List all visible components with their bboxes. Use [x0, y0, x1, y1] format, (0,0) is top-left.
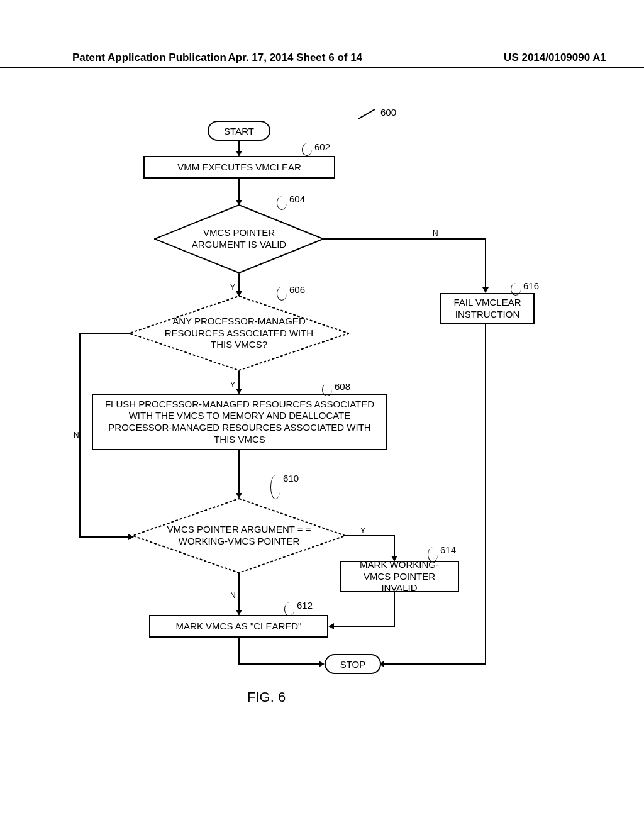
- n616-text: FAIL VMCLEAR INSTRUCTION: [448, 297, 527, 321]
- leader-608: [322, 384, 332, 396]
- node-604: VMCS POINTER ARGUMENT IS VALID: [154, 204, 324, 274]
- n604-text: VMCS POINTER ARGUMENT IS VALID: [178, 227, 300, 251]
- edge-604-N: N: [433, 229, 438, 238]
- n606-text: ANY PROCESSOR-MANAGED RESOURCES ASSOCIAT…: [153, 316, 325, 351]
- leader-616: [511, 283, 521, 296]
- leader-604: [277, 196, 287, 210]
- node-610: VMCS POINTER ARGUMENT = = WORKING-VMCS P…: [132, 498, 346, 573]
- leader-600: [358, 109, 375, 119]
- n612-text: MARK VMCS AS "CLEARED": [176, 621, 302, 633]
- ref-600: 600: [380, 107, 396, 118]
- leader-612: [284, 602, 294, 616]
- n610-text: VMCS POINTER ARGUMENT = = WORKING-VMCS P…: [156, 524, 322, 548]
- node-614: MARK WORKING-VMCS POINTER INVALID: [340, 561, 459, 592]
- ref-608: 608: [335, 381, 350, 392]
- page-header: Patent Application Publication Apr. 17, …: [0, 52, 644, 68]
- n602-text: VMM EXECUTES VMCLEAR: [177, 162, 301, 174]
- ref-606: 606: [289, 284, 305, 295]
- header-left: Patent Application Publication: [72, 52, 226, 64]
- flowchart-canvas: 600 START VMM EXECUTES VMCLEAR 602 VMCS …: [0, 94, 644, 761]
- edge-606-Y: Y: [230, 380, 235, 389]
- start-text: START: [224, 126, 254, 136]
- node-stop: STOP: [325, 654, 381, 674]
- ref-612: 612: [297, 600, 313, 611]
- header-center: Apr. 17, 2014 Sheet 6 of 14: [228, 52, 363, 64]
- ref-602: 602: [314, 141, 330, 152]
- edge-610-Y: Y: [360, 526, 365, 535]
- leader-602: [302, 143, 312, 156]
- n608-text: FLUSH PROCESSOR-MANAGED RESOURCES ASSOCI…: [99, 399, 380, 446]
- ref-610: 610: [283, 473, 299, 484]
- leader-610: [270, 475, 280, 499]
- leader-606: [277, 287, 287, 301]
- edge-604-Y: Y: [230, 283, 235, 292]
- ref-614: 614: [440, 545, 456, 555]
- leader-614: [428, 547, 438, 562]
- edge-610-N: N: [230, 591, 236, 600]
- node-608: FLUSH PROCESSOR-MANAGED RESOURCES ASSOCI…: [92, 394, 387, 450]
- node-602: VMM EXECUTES VMCLEAR: [143, 156, 335, 179]
- node-start: START: [208, 121, 270, 141]
- n614-text: MARK WORKING-VMCS POINTER INVALID: [347, 559, 452, 594]
- stop-text: STOP: [340, 659, 366, 670]
- figure-caption: FIG. 6: [247, 689, 286, 706]
- header-right: US 2014/0109090 A1: [504, 52, 606, 64]
- ref-604: 604: [289, 194, 305, 204]
- node-616: FAIL VMCLEAR INSTRUCTION: [440, 293, 535, 324]
- node-606: ANY PROCESSOR-MANAGED RESOURCES ASSOCIAT…: [129, 296, 349, 371]
- ref-616: 616: [523, 280, 539, 291]
- edge-606-N: N: [74, 431, 79, 440]
- node-612: MARK VMCS AS "CLEARED": [149, 615, 328, 638]
